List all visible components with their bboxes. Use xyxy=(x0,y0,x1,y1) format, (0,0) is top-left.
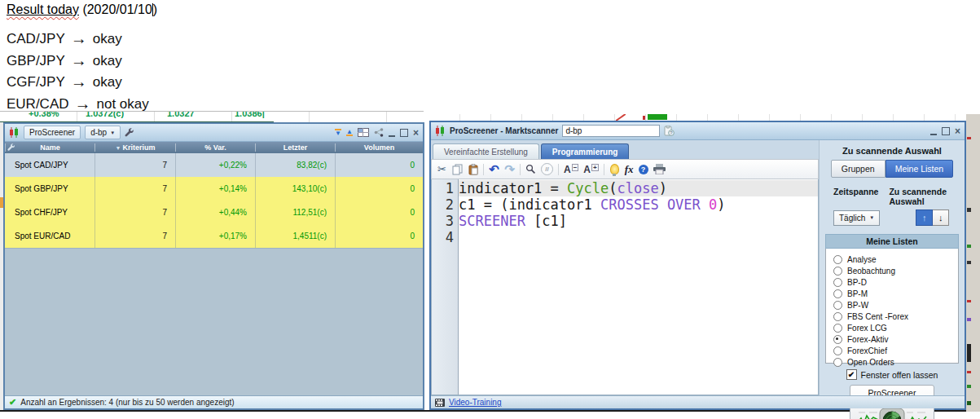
table-row[interactable]: Spot GBP/JPY 7 +0,14% 143,10(c) 0 xyxy=(5,177,423,201)
hint-bulb-icon[interactable] xyxy=(609,163,620,176)
radio-button[interactable] xyxy=(833,255,842,264)
radio-button[interactable] xyxy=(833,312,842,321)
screener-list-dropdown[interactable]: d-bp▼ xyxy=(85,126,121,139)
tab-programmierung[interactable]: Programmierung xyxy=(541,143,630,159)
chevron-down-icon: ▼ xyxy=(869,215,874,220)
list-option[interactable]: Forex-Aktiv xyxy=(833,333,951,345)
close-button[interactable]: × xyxy=(413,130,419,136)
table-row[interactable]: Spot EUR/CAD 7 +0,17% 1,4511(c) 0 xyxy=(5,224,423,248)
keep-window-open-checkbox[interactable]: ✔ xyxy=(846,369,857,380)
paste-icon[interactable] xyxy=(468,163,478,176)
groups-button[interactable]: Gruppen xyxy=(831,160,886,178)
scan-selection-sidebar: Zu scannende Auswahl Gruppen Meine Liste… xyxy=(819,140,965,395)
radio-button[interactable] xyxy=(833,289,842,298)
settings-wrench-icon[interactable] xyxy=(125,128,134,138)
move-up-button[interactable]: ↑ xyxy=(916,210,933,226)
list-option-label: Open Orders xyxy=(847,358,894,367)
redo-icon[interactable]: ↷ xyxy=(504,163,515,176)
minimize-button[interactable] xyxy=(389,129,395,137)
document-title-date: (2020/01/10 xyxy=(79,2,152,16)
background-chart-sliver xyxy=(966,114,980,412)
radio-button[interactable] xyxy=(833,278,842,287)
list-option[interactable]: Analyse xyxy=(833,254,951,265)
list-option[interactable]: Open Orders xyxy=(833,356,951,368)
radio-button[interactable] xyxy=(833,301,842,310)
minimize-button[interactable] xyxy=(930,127,937,135)
status-label: okay xyxy=(93,74,122,90)
proscreener-scanner-window: ProScreener - Marktscanner ? × Vereinfac… xyxy=(429,121,966,410)
scanner-titlebar[interactable]: ProScreener - Marktscanner ? × xyxy=(431,122,965,140)
undo-icon[interactable]: ↶ xyxy=(489,163,499,176)
list-option-label: ForexChief xyxy=(847,346,887,355)
copy-icon[interactable] xyxy=(452,163,463,176)
help-icon[interactable]: ? xyxy=(639,165,648,174)
column-header-letzter[interactable]: Letzter xyxy=(255,143,335,152)
column-header-name[interactable]: Name xyxy=(5,143,94,152)
timeframe-dropdown[interactable]: Täglich▼ xyxy=(833,210,880,226)
table-row[interactable]: Spot CAD/JPY 7 +0,22% 83,82(c) 0 xyxy=(5,153,423,177)
function-icon[interactable]: fx xyxy=(625,163,634,176)
column-header-var[interactable]: % Var. xyxy=(175,143,255,152)
line-number: 1 xyxy=(432,180,454,196)
screener-table-header[interactable]: Name ▼Kriterium % Var. Letzter Volumen xyxy=(5,142,423,153)
screener-name-input[interactable] xyxy=(562,125,660,137)
cell-var: +0,44% xyxy=(175,201,255,224)
editor-column: Vereinfachte Erstellung Programmierung ✂… xyxy=(431,140,819,395)
column-header-kriterium[interactable]: ▼Kriterium xyxy=(94,143,175,152)
code-line[interactable] xyxy=(459,229,818,245)
comment-icon[interactable]: // xyxy=(541,163,553,175)
code-editor[interactable]: 1234 indicator1 = Cycle(close)c1 = (indi… xyxy=(431,179,819,395)
print-icon[interactable] xyxy=(653,163,666,176)
list-option-label: Beobachtung xyxy=(847,267,895,276)
import-icon[interactable]: ▼ xyxy=(335,129,341,136)
radio-button[interactable] xyxy=(833,335,842,344)
maximize-button[interactable] xyxy=(400,129,408,137)
maximize-button[interactable] xyxy=(942,127,950,135)
selection-title: Zu scannende Auswahl xyxy=(820,146,965,156)
column-header-volumen[interactable]: Volumen xyxy=(335,143,423,152)
search-icon[interactable] xyxy=(525,163,536,176)
cell-name: Spot CHF/JPY xyxy=(5,201,94,224)
editor-toolbar: ✂ ↶ ↷ // A− A+ fx ? xyxy=(431,159,819,179)
cut-icon[interactable]: ✂ xyxy=(437,163,447,176)
cell-volumen: 0 xyxy=(335,201,423,224)
increase-font-icon[interactable]: A+ xyxy=(583,164,598,175)
move-down-button[interactable]: ↓ xyxy=(933,210,949,226)
list-option[interactable]: FBS Cent -Forex xyxy=(833,311,951,322)
cell-letzter: 83,82(c) xyxy=(255,153,335,177)
share-icon[interactable] xyxy=(374,128,384,137)
table-row[interactable]: Spot CHF/JPY 7 +0,44% 112,51(c) 0 xyxy=(5,201,423,224)
decrease-font-icon[interactable]: A− xyxy=(564,164,578,175)
code-line[interactable]: c1 = (indicator1 CROSSES OVER 0) xyxy=(459,196,818,213)
tab-vereinfachte-erstellung[interactable]: Vereinfachte Erstellung xyxy=(433,143,539,159)
radio-button[interactable] xyxy=(833,358,842,367)
radio-button[interactable] xyxy=(833,267,842,276)
editor-code[interactable]: indicator1 = Cycle(close)c1 = (indicator… xyxy=(459,179,818,395)
code-line[interactable]: indicator1 = Cycle(close) xyxy=(459,180,818,196)
result-line: CGF/JPY→okay xyxy=(7,71,149,93)
column-wrench-icon[interactable] xyxy=(7,143,15,152)
rename-help-icon[interactable]: ? xyxy=(664,126,675,137)
arrow-icon: → xyxy=(71,29,87,47)
my-lists-button[interactable]: Meine Listen xyxy=(886,160,954,178)
list-option[interactable]: Forex LCG xyxy=(833,322,951,333)
candlestick-icon xyxy=(9,127,20,138)
list-option[interactable]: Beobachtung xyxy=(833,265,951,276)
screener-titlebar[interactable]: ProScreener d-bp▼ ▼ ▲ × xyxy=(5,124,423,142)
code-line[interactable]: SCREENER [c1] xyxy=(459,213,818,229)
result-line: CAD/JPY→okay xyxy=(7,28,149,50)
close-button[interactable]: × xyxy=(955,128,960,135)
scanner-window-title: ProScreener - Marktscanner xyxy=(450,126,558,135)
list-option[interactable]: BP-W xyxy=(833,299,951,311)
document-area: Result today (2020/01/10) xyxy=(7,2,157,17)
list-option[interactable]: BP-M xyxy=(833,288,951,299)
keep-open-row: ✔ Fenster offen lassen xyxy=(820,369,965,380)
radio-button[interactable] xyxy=(833,324,842,333)
selection-toggle: Gruppen Meine Listen xyxy=(820,160,965,178)
radio-button[interactable] xyxy=(833,346,842,355)
list-option[interactable]: BP-D xyxy=(833,276,951,288)
export-icon[interactable]: ▲ xyxy=(346,129,353,136)
layout-grid-icon[interactable] xyxy=(358,128,369,137)
list-option[interactable]: ForexChief xyxy=(833,345,951,356)
video-training-link[interactable]: Video-Training xyxy=(449,398,501,407)
